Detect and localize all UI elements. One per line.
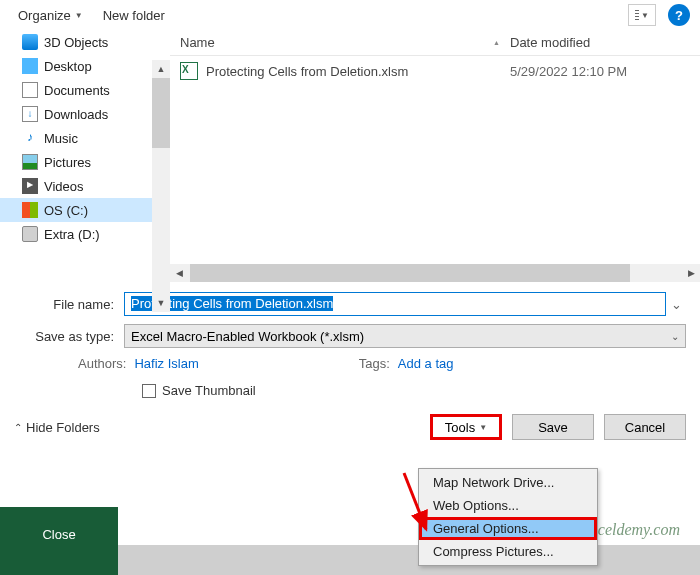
sidebar-item-label: OS (C:) [44, 203, 88, 218]
chevron-down-icon: ▼ [75, 11, 83, 20]
save-button[interactable]: Save [512, 414, 594, 440]
help-icon: ? [675, 8, 683, 23]
close-label: Close [42, 527, 75, 542]
sidebar-item-os-c[interactable]: OS (C:) [0, 198, 152, 222]
column-date-label: Date modified [510, 35, 590, 50]
sidebar-item-pictures[interactable]: Pictures [0, 150, 152, 174]
file-name-input[interactable]: Protecting Cells from Deletion.xlsm [124, 292, 666, 316]
file-list-pane: Name ▲ Date modified Protecting Cells fr… [170, 30, 700, 282]
sidebar-item-videos[interactable]: Videos [0, 174, 152, 198]
cancel-button[interactable]: Cancel [604, 414, 686, 440]
scroll-left-icon[interactable]: ◀ [170, 264, 188, 282]
save-thumbnail-row: Save Thumbnail [14, 383, 686, 398]
sidebar-item-label: Music [44, 131, 78, 146]
file-list-header: Name ▲ Date modified [170, 30, 700, 56]
menu-item-compress-pictures[interactable]: Compress Pictures... [419, 540, 597, 563]
help-button[interactable]: ? [668, 4, 690, 26]
scroll-up-icon[interactable]: ▲ [152, 60, 170, 78]
sidebar-item-3d-objects[interactable]: 3D Objects [0, 30, 152, 54]
view-options-button[interactable]: ▼ [628, 4, 656, 26]
sidebar-item-label: Desktop [44, 59, 92, 74]
documents-icon [22, 82, 38, 98]
scroll-right-icon[interactable]: ▶ [682, 264, 700, 282]
file-list-hscrollbar[interactable]: ◀ ▶ [170, 264, 700, 282]
organize-button[interactable]: Organize ▼ [10, 4, 91, 27]
list-view-icon [635, 10, 639, 20]
new-folder-button[interactable]: New folder [95, 4, 173, 27]
sidebar-item-extra-d[interactable]: Extra (D:) [0, 222, 152, 246]
music-icon [22, 130, 38, 146]
pictures-icon [22, 154, 38, 170]
tools-label: Tools [445, 420, 475, 435]
metadata-row: Authors: Hafiz Islam Tags: Add a tag [14, 356, 686, 371]
save-form: File name: Protecting Cells from Deletio… [0, 282, 700, 404]
sidebar-scrollbar[interactable]: ▲ ▼ [152, 60, 170, 312]
tools-menu: Map Network Drive... Web Options... Gene… [418, 468, 598, 566]
close-panel[interactable]: Close [0, 507, 118, 575]
drive-icon [22, 202, 38, 218]
sidebar-item-label: 3D Objects [44, 35, 108, 50]
scroll-down-icon[interactable]: ▼ [152, 294, 170, 312]
desktop-icon [22, 58, 38, 74]
save-type-value: Excel Macro-Enabled Workbook (*.xlsm) [131, 329, 364, 344]
main-area: 3D Objects Desktop Documents Downloads M… [0, 30, 700, 282]
menu-item-map-network-drive[interactable]: Map Network Drive... [419, 471, 597, 494]
sidebar-item-label: Videos [44, 179, 84, 194]
file-name-text: Protecting Cells from Deletion.xlsm [206, 64, 408, 79]
file-name-label: File name: [14, 297, 124, 312]
hide-folders-button[interactable]: ⌃ Hide Folders [14, 420, 100, 435]
column-name-label: Name [180, 35, 215, 50]
organize-label: Organize [18, 8, 71, 23]
sidebar-item-desktop[interactable]: Desktop [0, 54, 152, 78]
column-header-name[interactable]: Name ▲ [180, 35, 510, 50]
file-row[interactable]: Protecting Cells from Deletion.xlsm 5/29… [170, 56, 700, 86]
chevron-down-icon: ▼ [479, 423, 487, 432]
chevron-up-icon: ⌃ [14, 422, 22, 433]
chevron-down-icon[interactable]: ⌄ [666, 297, 686, 312]
authors-value[interactable]: Hafiz Islam [134, 356, 198, 371]
sidebar-item-downloads[interactable]: Downloads [0, 102, 152, 126]
downloads-icon [22, 106, 38, 122]
tags-value[interactable]: Add a tag [398, 356, 454, 371]
tags-label: Tags: [359, 356, 390, 371]
menu-item-web-options[interactable]: Web Options... [419, 494, 597, 517]
dialog-toolbar: Organize ▼ New folder ▼ ? [0, 0, 700, 30]
tools-button[interactable]: Tools ▼ [430, 414, 502, 440]
save-type-select[interactable]: Excel Macro-Enabled Workbook (*.xlsm) ⌄ [124, 324, 686, 348]
chevron-down-icon: ▼ [641, 11, 649, 20]
drive-icon [22, 226, 38, 242]
save-type-label: Save as type: [14, 329, 124, 344]
sidebar-item-documents[interactable]: Documents [0, 78, 152, 102]
file-name-row: File name: Protecting Cells from Deletio… [14, 292, 686, 316]
sidebar-item-label: Extra (D:) [44, 227, 100, 242]
hscroll-thumb[interactable] [190, 264, 630, 282]
file-row-date-cell: 5/29/2022 12:10 PM [510, 64, 690, 79]
scroll-thumb[interactable] [152, 78, 170, 148]
file-date-text: 5/29/2022 12:10 PM [510, 64, 627, 79]
sort-asc-icon: ▲ [493, 39, 500, 46]
sidebar-item-label: Downloads [44, 107, 108, 122]
save-thumbnail-checkbox[interactable] [142, 384, 156, 398]
chevron-down-icon: ⌄ [671, 331, 679, 342]
sidebar-item-music[interactable]: Music [0, 126, 152, 150]
file-row-name-cell: Protecting Cells from Deletion.xlsm [180, 62, 510, 80]
sidebar-item-label: Documents [44, 83, 110, 98]
3d-objects-icon [22, 34, 38, 50]
watermark-text: exceldemy.com [584, 521, 680, 539]
excel-file-icon [180, 62, 198, 80]
menu-item-general-options[interactable]: General Options... [419, 517, 597, 540]
authors-label: Authors: [78, 356, 126, 371]
save-thumbnail-label: Save Thumbnail [162, 383, 256, 398]
videos-icon [22, 178, 38, 194]
sidebar-item-label: Pictures [44, 155, 91, 170]
save-type-row: Save as type: Excel Macro-Enabled Workbo… [14, 324, 686, 348]
column-header-date[interactable]: Date modified [510, 35, 690, 50]
new-folder-label: New folder [103, 8, 165, 23]
hide-folders-label: Hide Folders [26, 420, 100, 435]
folder-tree: 3D Objects Desktop Documents Downloads M… [0, 30, 152, 282]
background-strip [118, 545, 700, 575]
dialog-footer: ⌃ Hide Folders Tools ▼ Save Cancel [0, 404, 700, 450]
